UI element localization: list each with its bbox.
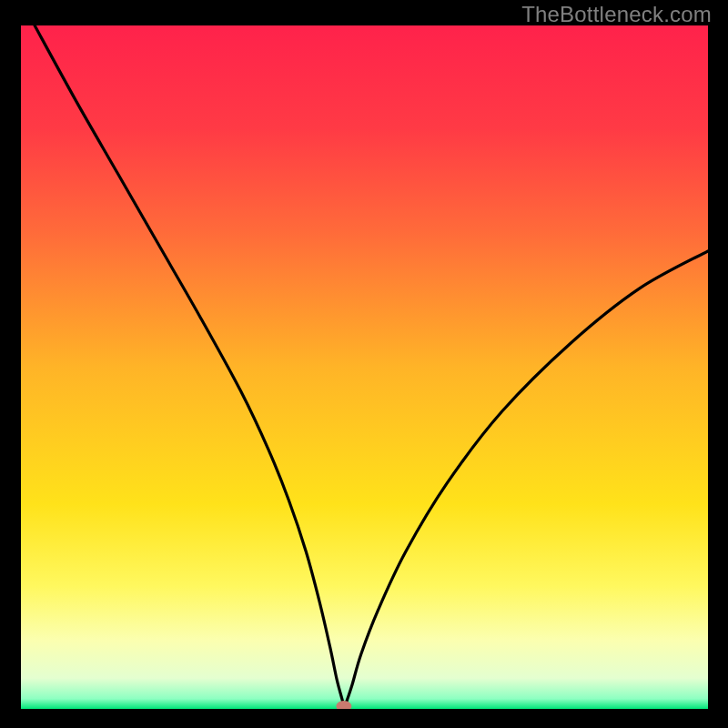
gradient-background — [21, 25, 708, 709]
watermark-text: TheBottleneck.com — [521, 2, 712, 27]
chart-container: TheBottleneck.com — [0, 0, 728, 728]
bottleneck-chart — [21, 25, 708, 709]
plot-frame — [21, 25, 708, 709]
